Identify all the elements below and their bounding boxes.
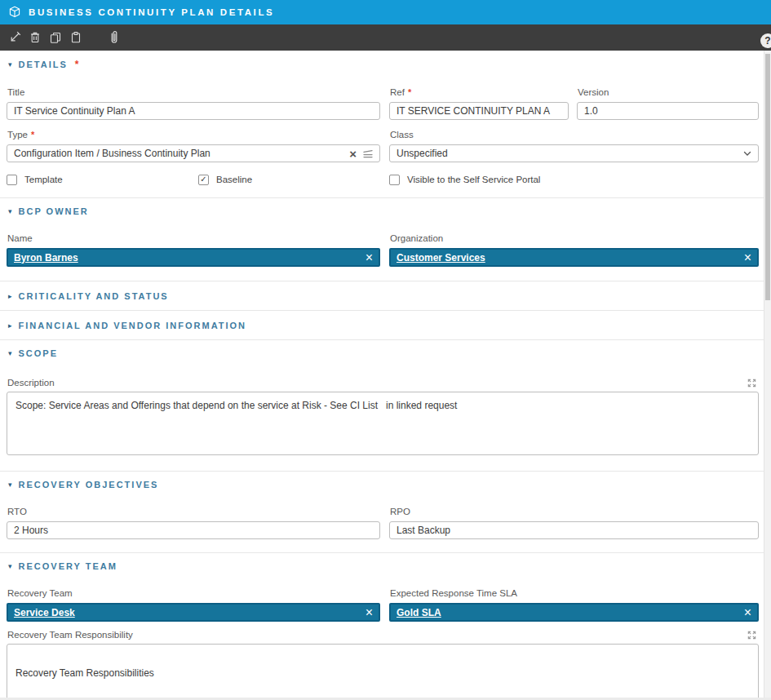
section-title: BCP OWNER [19,206,89,216]
expand-icon[interactable] [747,630,757,640]
help-icon[interactable]: ? [760,33,771,48]
section-title: DETAILS [19,60,68,69]
responsibility-textarea[interactable]: Recovery Team Responsibilities [7,644,759,700]
version-input[interactable] [577,102,759,120]
ref-label: Ref* [390,87,569,99]
ssp-visible-checkbox[interactable]: ✓ Visible to the Self Service Portal [389,174,540,185]
baseline-checkbox-box[interactable]: ✓ [198,175,209,185]
section-header-bcp-owner[interactable]: ▾ BCP OWNER [7,198,759,224]
baseline-checkbox-label: Baseline [216,175,252,184]
clear-icon[interactable]: × [366,251,373,264]
template-checkbox-label: Template [24,175,63,184]
section-header-details[interactable]: ▾ DETAILS * [7,51,759,78]
ssp-visible-checkbox-label: Visible to the Self Service Portal [407,175,540,184]
required-mark: * [31,130,34,140]
chevron-down-icon: ▾ [8,563,12,570]
sla-link[interactable]: Gold SLA [397,607,441,618]
required-mark: * [75,59,79,70]
section-header-criticality[interactable]: ▸ CRITICALITY AND STATUS [7,281,759,310]
bcp-owner-name-link[interactable]: Byron Barnes [14,252,78,264]
organization-link[interactable]: Customer Services [397,252,485,264]
form-content: ▾ DETAILS * Title Ref* Version Type* × [0,51,764,700]
recovery-team-link[interactable]: Service Desk [14,607,75,618]
clear-icon[interactable]: × [744,251,751,264]
recovery-team-label: Recovery Team [7,588,380,600]
class-selected-value: Unspecified [397,148,743,159]
type-label: Type* [7,130,380,141]
ssp-visible-checkbox-box[interactable]: ✓ [389,175,400,185]
toolbar: ? [0,24,771,51]
class-select[interactable]: Unspecified [389,144,759,162]
title-label: Title [7,87,380,99]
class-label: Class [390,130,759,141]
description-label: Description [7,378,55,388]
clear-icon[interactable]: × [744,606,751,619]
description-textarea[interactable]: Scope: Service Areas and Offerings that … [7,392,759,455]
baseline-checkbox[interactable]: ✓ Baseline [198,174,389,185]
browse-list-icon[interactable] [362,148,374,159]
required-mark: * [408,87,411,97]
section-title: FINANCIAL AND VENDOR INFORMATION [19,321,247,330]
section-header-financial[interactable]: ▸ FINANCIAL AND VENDOR INFORMATION [7,311,759,339]
chevron-right-icon: ▸ [8,322,12,330]
organization-label: Organization [390,233,759,245]
template-checkbox[interactable]: ✓ Template [7,174,198,185]
collapse-icon[interactable] [5,28,24,47]
organization-field[interactable]: Customer Services × [389,248,759,267]
recovery-team-field[interactable]: Service Desk × [7,603,380,622]
section-title: CRITICALITY AND STATUS [19,291,169,301]
vertical-scrollbar-thumb[interactable] [765,54,770,300]
page-title: BUSINESS CONTINUITY PLAN DETAILS [29,7,274,17]
section-header-scope[interactable]: ▾ SCOPE [7,340,759,366]
clear-icon[interactable]: × [349,148,357,160]
rto-label: RTO [7,507,380,518]
section-header-recovery-objectives[interactable]: ▾ RECOVERY OBJECTIVES [7,472,759,497]
ref-input[interactable] [389,102,569,120]
window-titlebar: BUSINESS CONTINUITY PLAN DETAILS [0,0,771,24]
responsibility-label: Recovery Team Responsibility [7,630,133,640]
rto-input[interactable] [7,521,380,539]
clear-icon[interactable]: × [366,606,373,619]
delete-icon[interactable] [25,28,45,47]
response-time-sla-field[interactable]: Gold SLA × [389,603,759,622]
version-label: Version [578,87,759,99]
section-header-recovery-team[interactable]: ▾ RECOVERY TEAM [7,553,759,578]
check-icon: ✓ [200,175,206,184]
chevron-down-icon: ▾ [8,208,12,215]
copy-icon[interactable] [46,28,65,47]
chevron-down-icon: ▾ [8,61,12,69]
chevron-down-icon [743,151,751,157]
chevron-right-icon: ▸ [8,293,12,300]
bcp-owner-name-field[interactable]: Byron Barnes × [7,248,380,267]
rpo-input[interactable] [389,521,759,539]
title-input[interactable] [7,102,380,120]
template-checkbox-box[interactable]: ✓ [7,175,17,185]
section-title: SCOPE [19,348,59,358]
chevron-down-icon: ▾ [8,350,12,357]
expand-icon[interactable] [747,378,757,388]
vertical-scrollbar-track[interactable] [764,51,771,700]
type-input[interactable] [7,144,380,162]
name-label: Name [7,233,380,245]
attachment-icon[interactable] [104,28,124,47]
rpo-label: RPO [390,507,759,518]
chevron-down-icon: ▾ [8,481,12,489]
cube-icon [8,6,21,19]
paste-icon[interactable] [66,28,86,47]
section-title: RECOVERY OBJECTIVES [19,480,159,490]
sla-label: Expected Response Time SLA [390,588,759,600]
section-title: RECOVERY TEAM [19,561,117,571]
